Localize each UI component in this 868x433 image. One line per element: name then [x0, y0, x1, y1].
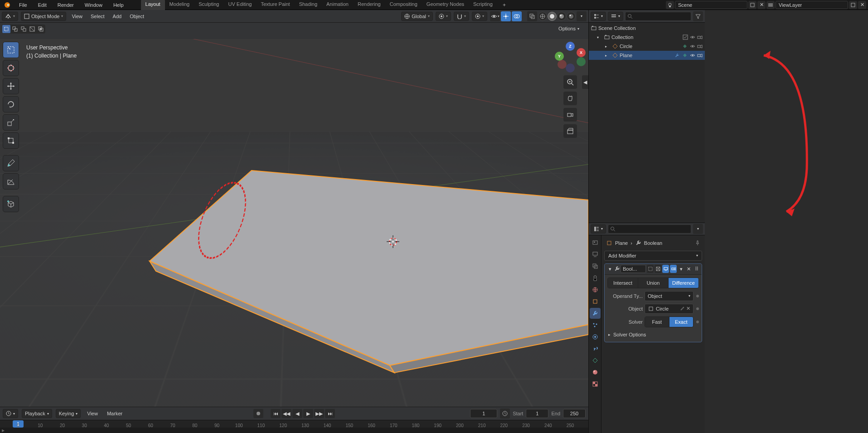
play-button[interactable]: ▶: [303, 409, 313, 418]
boolean-object-anim-button[interactable]: [696, 307, 699, 310]
modifier-show-cage[interactable]: [647, 265, 654, 273]
tree-item-circle[interactable]: ▸ Circle: [589, 42, 705, 51]
add-modifier-dropdown[interactable]: Add Modifier ▾: [604, 251, 702, 261]
tool-add-cube[interactable]: [3, 196, 19, 212]
scene-browse-button[interactable]: [666, 1, 674, 9]
workspace-tab-geometrynodes[interactable]: Geometry Nodes: [422, 0, 469, 10]
gizmo-y-axis[interactable]: Y: [555, 52, 564, 61]
modifier-show-editmode[interactable]: [655, 265, 661, 273]
shading-solid[interactable]: [548, 12, 557, 21]
select-mode-intersect[interactable]: [37, 25, 45, 33]
preview-range-toggle[interactable]: [500, 409, 510, 418]
3d-viewport[interactable]: User Perspective (1) Collection | Plane: [0, 39, 588, 407]
ptab-output[interactable]: [590, 249, 601, 260]
gizmo-neg-x[interactable]: [558, 60, 567, 69]
tool-transform[interactable]: [3, 132, 19, 149]
eyedropper-icon[interactable]: [680, 307, 684, 311]
gizmo-neg-y[interactable]: [577, 57, 586, 66]
menu-window[interactable]: Window: [82, 1, 105, 9]
ptab-texture[interactable]: [590, 379, 601, 389]
tool-annotate[interactable]: [3, 155, 19, 171]
shading-material[interactable]: [557, 12, 566, 21]
autokey-toggle[interactable]: [253, 409, 263, 418]
menu-file[interactable]: File: [16, 1, 30, 9]
xray-toggle[interactable]: [527, 11, 537, 21]
jump-prev-keyframe-button[interactable]: ◀◀: [281, 409, 291, 418]
timeline-scroll-indicator[interactable]: ▶: [0, 428, 588, 433]
ptab-constraints[interactable]: [590, 343, 601, 354]
shading-wireframe[interactable]: [538, 12, 547, 21]
workspace-tab-scripting[interactable]: Scripting: [469, 0, 497, 10]
workspace-tab-layout[interactable]: Layout: [141, 0, 165, 10]
select-mode-subtract[interactable]: [19, 25, 28, 33]
viewlayer-new-button[interactable]: [849, 1, 857, 9]
viewport-menu-select[interactable]: Select: [88, 13, 107, 20]
tool-select-box[interactable]: [3, 42, 19, 58]
render-camera-icon[interactable]: [697, 43, 703, 49]
workspace-tab-animation[interactable]: Animation: [322, 0, 353, 10]
perspective-toggle-button[interactable]: [563, 124, 577, 138]
boolean-object-field[interactable]: Circle ✕: [645, 304, 693, 314]
shading-options-dropdown[interactable]: ▾: [577, 11, 587, 21]
mesh-plane-object[interactable]: [0, 39, 588, 407]
end-frame-field[interactable]: 250: [563, 409, 586, 418]
viewlayer-delete-button[interactable]: ✕: [858, 1, 866, 9]
proportional-toggle[interactable]: ▾: [472, 12, 487, 21]
workspace-tab-uvediting[interactable]: UV Editing: [223, 0, 256, 10]
shading-rendered[interactable]: [567, 12, 576, 21]
boolean-op-union[interactable]: Union: [638, 278, 669, 288]
menu-render[interactable]: Render: [55, 1, 77, 9]
tree-item-plane[interactable]: ▸ Plane: [589, 51, 705, 60]
visibility-eye-icon[interactable]: [689, 34, 696, 40]
modifier-delete-button[interactable]: ✕: [685, 265, 692, 273]
ptab-world[interactable]: [590, 284, 601, 295]
ptab-data[interactable]: [590, 355, 601, 366]
scene-name-field[interactable]: Scene: [675, 1, 747, 9]
jump-start-button[interactable]: ⏮: [271, 409, 281, 418]
gizmo-neg-z[interactable]: [566, 63, 575, 73]
pan-button[interactable]: [563, 92, 577, 105]
tool-scale[interactable]: [3, 114, 19, 131]
operand-type-dropdown[interactable]: Object ▾: [645, 291, 693, 301]
modifier-show-render[interactable]: [670, 265, 677, 273]
workspace-tab-shading[interactable]: Shading: [295, 0, 322, 10]
timeline-marker-menu[interactable]: Marker: [104, 410, 125, 417]
start-frame-field[interactable]: 1: [526, 409, 548, 418]
outliner-search-input[interactable]: [625, 12, 691, 21]
workspace-tab-sculpting[interactable]: Sculpting: [194, 0, 223, 10]
timeline-ruler[interactable]: 1 01020304050607080901001101201301401501…: [0, 420, 588, 428]
current-frame-field[interactable]: 1: [470, 409, 497, 418]
outliner-display-mode[interactable]: ▾: [608, 12, 623, 21]
gizmo-z-axis[interactable]: Z: [566, 42, 575, 51]
tree-collection[interactable]: ▾ Collection: [589, 33, 705, 42]
properties-search-input[interactable]: [608, 224, 691, 234]
modifier-extras-dropdown[interactable]: ▾: [678, 265, 684, 273]
ptab-render[interactable]: [590, 237, 601, 248]
visibility-eye-icon[interactable]: [689, 43, 696, 49]
tree-scene-collection[interactable]: Scene Collection: [589, 24, 705, 33]
orientation-dropdown[interactable]: Global ▾: [401, 12, 433, 21]
scene-new-button[interactable]: [748, 1, 756, 9]
tool-rotate[interactable]: [3, 96, 19, 112]
viewport-options-dropdown[interactable]: Options ▾: [555, 24, 583, 33]
outliner-filter-button[interactable]: [693, 11, 703, 21]
disclosure-icon[interactable]: ▸: [605, 54, 611, 58]
ptab-viewlayer[interactable]: [590, 261, 601, 272]
ptab-particles[interactable]: [590, 320, 601, 331]
viewport-menu-view[interactable]: View: [69, 13, 85, 20]
gizmo-toggle[interactable]: [501, 11, 511, 21]
solver-options-subpanel[interactable]: ▸ Solver Options: [607, 330, 699, 339]
breadcrumb-modifier[interactable]: Boolean: [644, 240, 662, 246]
render-camera-icon[interactable]: [697, 52, 703, 58]
tool-cursor[interactable]: [3, 60, 19, 76]
boolean-op-intersect[interactable]: Intersect: [608, 278, 638, 288]
gizmo-x-axis[interactable]: X: [577, 48, 586, 57]
mode-dropdown[interactable]: Object Mode ▾: [21, 12, 66, 21]
ptab-modifiers[interactable]: [590, 308, 601, 319]
select-mode-extend[interactable]: [11, 25, 19, 33]
menu-edit[interactable]: Edit: [35, 1, 49, 9]
modifier-name-field[interactable]: Bool...: [621, 265, 646, 273]
tool-move[interactable]: [3, 78, 19, 94]
play-reverse-button[interactable]: ◀: [292, 409, 302, 418]
operand-type-anim-button[interactable]: [696, 295, 699, 297]
